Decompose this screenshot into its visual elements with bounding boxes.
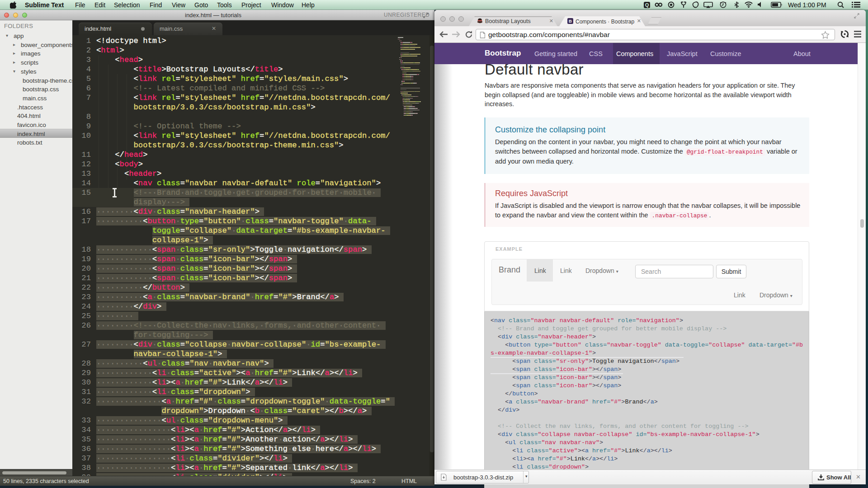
- svg-text:B: B: [569, 19, 572, 23]
- svg-text:Q: Q: [645, 2, 649, 8]
